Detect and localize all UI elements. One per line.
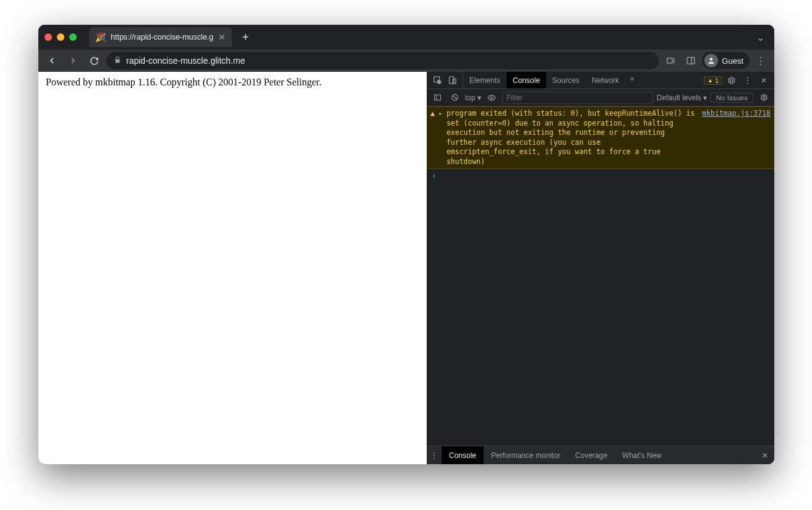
tab-sources[interactable]: Sources (546, 72, 586, 89)
tab-console[interactable]: Console (506, 72, 546, 89)
log-levels-selector[interactable]: Default levels ▾ (657, 93, 707, 102)
back-button[interactable] (43, 52, 61, 69)
filter-input[interactable] (502, 92, 653, 104)
console-warning-message: program exited (with status: 0), but kee… (447, 109, 698, 166)
drawer-close-button[interactable]: ✕ (756, 446, 774, 464)
devtools-settings-button[interactable] (725, 74, 738, 87)
close-tab-button[interactable]: ✕ (218, 32, 226, 42)
svg-point-13 (490, 97, 493, 99)
avatar-icon (704, 54, 718, 67)
browser-tab[interactable]: 🎉 https://rapid-concise-muscle.g ✕ (89, 27, 232, 47)
console-warning-row[interactable]: ▲ ▸ program exited (with status: 0), but… (427, 106, 774, 169)
chevron-down-icon: ▾ (703, 93, 707, 102)
warning-icon: ▲ (430, 109, 435, 166)
log-levels-label: Default levels (657, 93, 701, 102)
tab-network[interactable]: Network (586, 72, 625, 89)
svg-point-8 (730, 79, 733, 82)
browser-window: 🎉 https://rapid-concise-muscle.g ✕ + ⌄ r… (38, 25, 774, 464)
side-panel-icon[interactable] (682, 52, 699, 69)
console-source-link[interactable]: mkbitmap.js:3718 (702, 109, 771, 166)
forward-button[interactable] (64, 52, 82, 69)
drawer-tab-console[interactable]: Console (442, 446, 484, 464)
console-output: ▲ ▸ program exited (with status: 0), but… (427, 106, 774, 446)
expand-arrow-icon[interactable]: ▸ (438, 109, 443, 166)
reload-button[interactable] (85, 52, 103, 69)
tab-search-button[interactable]: ⌄ (753, 32, 768, 43)
new-tab-button[interactable]: + (237, 28, 254, 46)
page-viewport: Powered by mkbitmap 1.16. Copyright (C) … (38, 72, 427, 464)
svg-point-14 (763, 97, 764, 98)
svg-point-4 (710, 58, 713, 61)
svg-rect-6 (449, 77, 454, 84)
browser-menu-button[interactable]: ⋮ (752, 52, 769, 69)
profile-button[interactable]: Guest (702, 52, 750, 69)
live-expression-button[interactable] (485, 91, 498, 105)
profile-label: Guest (722, 56, 743, 66)
svg-rect-0 (667, 58, 672, 63)
device-toolbar-button[interactable] (445, 74, 459, 87)
tab-title: https://rapid-concise-muscle.g (111, 33, 213, 41)
console-settings-button[interactable] (757, 91, 771, 105)
address-bar[interactable]: rapid-concise-muscle.glitch.me (106, 52, 659, 69)
page-body-text: Powered by mkbitmap 1.16. Copyright (C) … (46, 77, 419, 88)
maximize-window-button[interactable] (69, 33, 77, 41)
media-control-icon[interactable] (662, 52, 680, 69)
drawer-menu-button[interactable]: ⋮ (427, 446, 442, 464)
issues-button[interactable]: No Issues (711, 93, 753, 103)
minimize-window-button[interactable] (57, 33, 64, 41)
clear-console-button[interactable] (448, 91, 461, 105)
console-sidebar-toggle[interactable] (430, 91, 444, 105)
devtools-drawer: ⋮ Console Performance monitor Coverage W… (427, 446, 774, 464)
devtools-close-button[interactable]: ✕ (757, 74, 771, 87)
content-area: Powered by mkbitmap 1.16. Copyright (C) … (38, 72, 774, 464)
devtools-menu-button[interactable]: ⋮ (741, 74, 754, 87)
drawer-tab-performance-monitor[interactable]: Performance monitor (484, 446, 568, 464)
url-text: rapid-concise-muscle.glitch.me (126, 56, 245, 66)
tab-strip: 🎉 https://rapid-concise-muscle.g ✕ + ⌄ (38, 25, 774, 50)
warning-count-value: 1 (715, 77, 719, 84)
console-toolbar: top ▾ Default levels ▾ No Issues (427, 89, 774, 106)
drawer-tab-whats-new[interactable]: What's New (615, 446, 669, 464)
warning-count-badge[interactable]: 1 (704, 76, 722, 85)
lock-icon (114, 56, 121, 66)
devtools-panel: Elements Console Sources Network » 1 ⋮ ✕ (427, 72, 774, 464)
context-selector-label: top (465, 93, 476, 102)
chevron-down-icon: ▾ (477, 93, 481, 102)
console-prompt[interactable] (427, 169, 774, 183)
svg-line-12 (453, 95, 457, 100)
context-selector[interactable]: top ▾ (465, 93, 481, 102)
svg-rect-2 (687, 58, 694, 64)
more-tabs-button[interactable]: » (625, 72, 639, 85)
svg-rect-9 (434, 95, 440, 100)
tab-elements[interactable]: Elements (463, 72, 506, 89)
devtools-tab-bar: Elements Console Sources Network » 1 ⋮ ✕ (427, 72, 774, 89)
tab-favicon-icon: 🎉 (95, 32, 106, 42)
drawer-tab-coverage[interactable]: Coverage (568, 446, 615, 464)
toolbar-right: Guest ⋮ (662, 52, 769, 69)
close-window-button[interactable] (45, 33, 52, 41)
window-controls (45, 33, 77, 41)
inspect-element-button[interactable] (430, 74, 444, 87)
toolbar: rapid-concise-muscle.glitch.me Guest ⋮ (38, 50, 774, 72)
